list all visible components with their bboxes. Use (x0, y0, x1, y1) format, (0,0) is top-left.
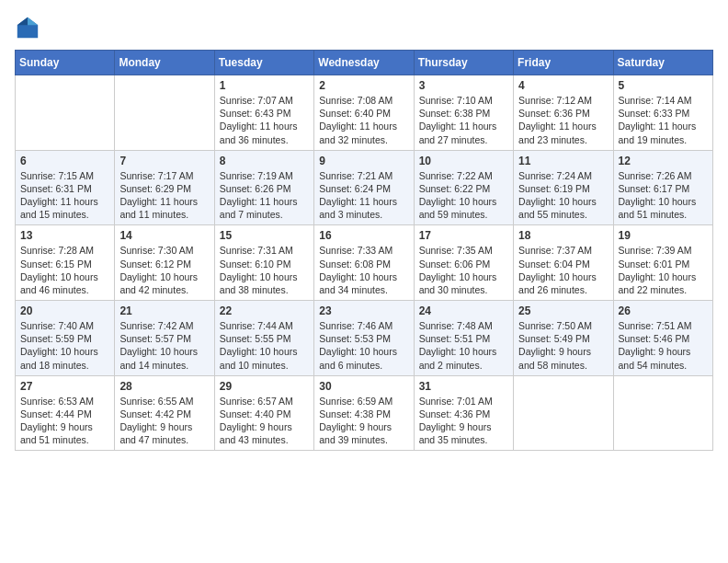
day-number: 12 (619, 155, 708, 167)
day-info: Sunrise: 7:07 AMSunset: 6:43 PMDaylight:… (220, 94, 309, 146)
calendar-cell (613, 375, 712, 451)
day-info: Sunrise: 6:55 AMSunset: 4:42 PMDaylight:… (119, 395, 209, 447)
day-number: 27 (20, 380, 109, 393)
day-info: Sunrise: 7:40 AMSunset: 5:59 PMDaylight:… (20, 319, 109, 372)
calendar-cell: 3Sunrise: 7:10 AMSunset: 6:38 PMDaylight… (414, 75, 513, 151)
day-info: Sunrise: 7:51 AMSunset: 5:46 PMDaylight:… (619, 319, 708, 372)
day-info: Sunrise: 7:14 AMSunset: 6:33 PMDaylight:… (619, 94, 708, 146)
calendar-cell: 17Sunrise: 7:35 AMSunset: 6:06 PMDayligh… (414, 225, 513, 301)
day-info: Sunrise: 7:37 AMSunset: 6:04 PMDaylight:… (518, 244, 608, 296)
day-number: 4 (518, 79, 608, 92)
day-number: 18 (518, 229, 608, 242)
day-number: 5 (619, 79, 708, 92)
day-info: Sunrise: 7:24 AMSunset: 6:19 PMDaylight:… (518, 169, 608, 222)
calendar-cell: 23Sunrise: 7:46 AMSunset: 5:53 PMDayligh… (314, 301, 414, 376)
day-info: Sunrise: 7:08 AMSunset: 6:40 PMDaylight:… (319, 94, 408, 146)
day-info: Sunrise: 7:46 AMSunset: 5:53 PMDaylight:… (319, 319, 408, 372)
column-header-friday: Friday (514, 51, 613, 75)
day-number: 23 (319, 304, 408, 317)
day-info: Sunrise: 7:35 AMSunset: 6:06 PMDaylight:… (419, 244, 508, 296)
day-info: Sunrise: 7:10 AMSunset: 6:38 PMDaylight:… (419, 94, 508, 146)
calendar-cell: 30Sunrise: 6:59 AMSunset: 4:38 PMDayligh… (314, 375, 414, 451)
day-number: 15 (220, 229, 309, 242)
day-info: Sunrise: 7:21 AMSunset: 6:24 PMDaylight:… (319, 169, 408, 222)
logo (15, 15, 44, 40)
calendar-cell: 20Sunrise: 7:40 AMSunset: 5:59 PMDayligh… (16, 301, 115, 376)
day-number: 7 (119, 155, 209, 167)
calendar-cell: 27Sunrise: 6:53 AMSunset: 4:44 PMDayligh… (16, 375, 115, 451)
day-info: Sunrise: 7:19 AMSunset: 6:26 PMDaylight:… (220, 169, 309, 222)
day-number: 25 (518, 304, 608, 317)
calendar-cell: 13Sunrise: 7:28 AMSunset: 6:15 PMDayligh… (16, 225, 115, 301)
column-header-sunday: Sunday (16, 51, 115, 75)
day-number: 19 (619, 229, 708, 242)
day-number: 14 (119, 229, 209, 242)
day-info: Sunrise: 7:31 AMSunset: 6:10 PMDaylight:… (220, 244, 309, 296)
calendar-cell: 28Sunrise: 6:55 AMSunset: 4:42 PMDayligh… (115, 375, 214, 451)
calendar-cell: 26Sunrise: 7:51 AMSunset: 5:46 PMDayligh… (613, 301, 712, 376)
column-header-tuesday: Tuesday (214, 51, 313, 75)
calendar-table: SundayMondayTuesdayWednesdayThursdayFrid… (15, 50, 713, 451)
logo-icon (15, 15, 40, 40)
calendar-cell: 24Sunrise: 7:48 AMSunset: 5:51 PMDayligh… (414, 301, 513, 376)
calendar-week-row: 13Sunrise: 7:28 AMSunset: 6:15 PMDayligh… (16, 225, 713, 301)
day-number: 21 (119, 304, 209, 317)
calendar-week-row: 1Sunrise: 7:07 AMSunset: 6:43 PMDaylight… (16, 75, 713, 151)
day-number: 8 (220, 155, 309, 167)
day-number: 24 (419, 304, 508, 317)
calendar-cell: 6Sunrise: 7:15 AMSunset: 6:31 PMDaylight… (16, 150, 115, 225)
calendar-cell: 5Sunrise: 7:14 AMSunset: 6:33 PMDaylight… (613, 75, 712, 151)
calendar-week-row: 6Sunrise: 7:15 AMSunset: 6:31 PMDaylight… (16, 150, 713, 225)
column-header-monday: Monday (115, 51, 214, 75)
calendar-cell: 19Sunrise: 7:39 AMSunset: 6:01 PMDayligh… (613, 225, 712, 301)
day-info: Sunrise: 6:57 AMSunset: 4:40 PMDaylight:… (220, 395, 309, 447)
calendar-cell: 11Sunrise: 7:24 AMSunset: 6:19 PMDayligh… (514, 150, 613, 225)
day-number: 9 (319, 155, 408, 167)
calendar-cell: 8Sunrise: 7:19 AMSunset: 6:26 PMDaylight… (214, 150, 313, 225)
day-number: 30 (319, 380, 408, 393)
day-number: 3 (419, 79, 508, 92)
day-info: Sunrise: 6:53 AMSunset: 4:44 PMDaylight:… (20, 395, 109, 447)
day-number: 26 (619, 304, 708, 317)
calendar-cell: 16Sunrise: 7:33 AMSunset: 6:08 PMDayligh… (314, 225, 414, 301)
day-number: 11 (518, 155, 608, 167)
day-info: Sunrise: 7:26 AMSunset: 6:17 PMDaylight:… (619, 169, 708, 222)
calendar-cell (16, 75, 115, 151)
calendar-cell (514, 375, 613, 451)
svg-marker-1 (28, 17, 38, 25)
column-header-thursday: Thursday (414, 51, 513, 75)
day-number: 20 (20, 304, 109, 317)
day-info: Sunrise: 7:01 AMSunset: 4:36 PMDaylight:… (419, 395, 508, 447)
day-info: Sunrise: 7:30 AMSunset: 6:12 PMDaylight:… (119, 244, 209, 296)
day-number: 13 (20, 229, 109, 242)
calendar-cell: 12Sunrise: 7:26 AMSunset: 6:17 PMDayligh… (613, 150, 712, 225)
calendar-cell (115, 75, 214, 151)
calendar-cell: 10Sunrise: 7:22 AMSunset: 6:22 PMDayligh… (414, 150, 513, 225)
day-number: 22 (220, 304, 309, 317)
calendar-week-row: 27Sunrise: 6:53 AMSunset: 4:44 PMDayligh… (16, 375, 713, 451)
day-number: 16 (319, 229, 408, 242)
day-number: 2 (319, 79, 408, 92)
calendar-cell: 14Sunrise: 7:30 AMSunset: 6:12 PMDayligh… (115, 225, 214, 301)
day-info: Sunrise: 7:12 AMSunset: 6:36 PMDaylight:… (518, 94, 608, 146)
calendar-week-row: 20Sunrise: 7:40 AMSunset: 5:59 PMDayligh… (16, 301, 713, 376)
day-info: Sunrise: 6:59 AMSunset: 4:38 PMDaylight:… (319, 395, 408, 447)
calendar-cell: 21Sunrise: 7:42 AMSunset: 5:57 PMDayligh… (115, 301, 214, 376)
day-info: Sunrise: 7:50 AMSunset: 5:49 PMDaylight:… (518, 319, 608, 372)
day-number: 31 (419, 380, 508, 393)
day-info: Sunrise: 7:22 AMSunset: 6:22 PMDaylight:… (419, 169, 508, 222)
calendar-cell: 25Sunrise: 7:50 AMSunset: 5:49 PMDayligh… (514, 301, 613, 376)
day-number: 29 (220, 380, 309, 393)
calendar-cell: 22Sunrise: 7:44 AMSunset: 5:55 PMDayligh… (214, 301, 313, 376)
day-number: 17 (419, 229, 508, 242)
day-number: 6 (20, 155, 109, 167)
day-info: Sunrise: 7:15 AMSunset: 6:31 PMDaylight:… (20, 169, 109, 222)
calendar-cell: 4Sunrise: 7:12 AMSunset: 6:36 PMDaylight… (514, 75, 613, 151)
day-number: 28 (119, 380, 209, 393)
calendar-cell: 1Sunrise: 7:07 AMSunset: 6:43 PMDaylight… (214, 75, 313, 151)
calendar-cell: 15Sunrise: 7:31 AMSunset: 6:10 PMDayligh… (214, 225, 313, 301)
day-info: Sunrise: 7:28 AMSunset: 6:15 PMDaylight:… (20, 244, 109, 296)
calendar-header-row: SundayMondayTuesdayWednesdayThursdayFrid… (16, 51, 713, 75)
calendar-cell: 29Sunrise: 6:57 AMSunset: 4:40 PMDayligh… (214, 375, 313, 451)
calendar-cell: 31Sunrise: 7:01 AMSunset: 4:36 PMDayligh… (414, 375, 513, 451)
